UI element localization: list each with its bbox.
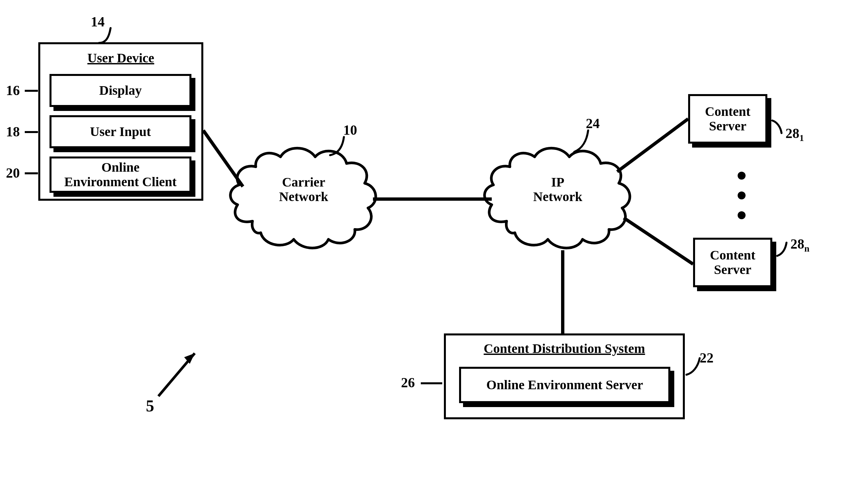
line-userdevice-carrier: [203, 130, 249, 190]
carrier-network-label: Carrier Network: [271, 175, 337, 204]
user-device-title: User Device: [40, 50, 201, 66]
line-ip-cds: [561, 250, 564, 333]
display-label: Display: [99, 83, 142, 98]
ref-fig-5: 5: [146, 396, 154, 415]
ref-26: 26: [401, 375, 415, 391]
ref-10: 10: [343, 122, 357, 138]
ellipsis-dot-3: [738, 211, 746, 219]
ip-network-label: IP Network: [528, 175, 587, 204]
content-server-n-box: Content Server: [693, 238, 772, 287]
display-box: Display: [50, 74, 191, 107]
ref-28-n: 28n: [790, 236, 810, 254]
user-input-label: User Input: [90, 124, 151, 139]
online-env-client-box: Online Environment Client: [50, 156, 191, 193]
online-env-server-label: Online Environment Server: [487, 378, 643, 392]
content-distribution-system-box: Content Distribution System Online Envir…: [444, 333, 685, 419]
ellipsis-dot-2: [738, 191, 746, 200]
tick-26: [421, 382, 442, 384]
ref-20: 20: [6, 165, 20, 181]
lead-14: [99, 28, 122, 44]
diagram-canvas: User Device Display User Input Online En…: [0, 0, 868, 483]
ref-22: 22: [700, 350, 714, 366]
tick-16: [25, 90, 38, 92]
svg-line-2: [624, 218, 693, 264]
content-server-1-label: Content Server: [705, 104, 750, 133]
tick-20: [25, 172, 38, 174]
user-device-box: User Device Display User Input Online En…: [38, 42, 203, 201]
ref-18: 18: [6, 124, 20, 140]
online-env-client-label: Online Environment Client: [64, 160, 177, 189]
ref-24: 24: [586, 116, 600, 131]
cds-title: Content Distribution System: [446, 341, 683, 356]
ref-16: 16: [6, 83, 20, 98]
lead-10: [330, 137, 350, 157]
content-server-1-box: Content Server: [688, 94, 767, 144]
svg-line-0: [203, 130, 243, 186]
user-input-box: User Input: [50, 115, 191, 148]
line-ip-csn: [624, 218, 700, 271]
svg-line-1: [617, 119, 688, 172]
ref-14: 14: [91, 14, 104, 30]
lead-24: [574, 130, 594, 153]
line-carrier-ip: [373, 198, 492, 201]
tick-18: [25, 131, 38, 133]
online-env-server-box: Online Environment Server: [459, 367, 670, 403]
arrow-fig-5: [158, 350, 201, 398]
ref-28-1: 281: [785, 125, 804, 143]
line-ip-cs1: [617, 119, 696, 175]
content-server-n-label: Content Server: [710, 248, 755, 277]
ellipsis-dot-1: [738, 172, 746, 180]
